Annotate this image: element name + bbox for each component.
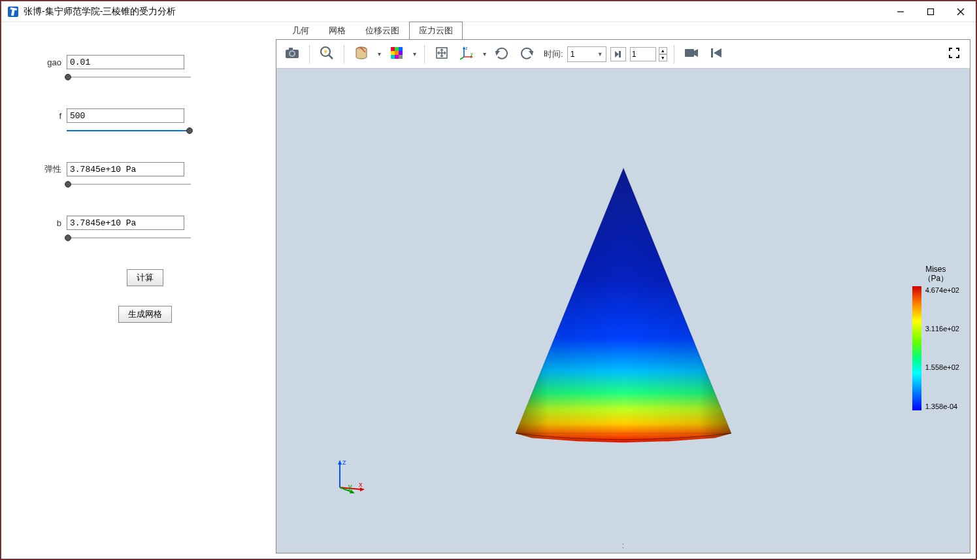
- axis-triad: z x y: [330, 458, 369, 497]
- color-legend: Mises （Pa） 4.674e+02 3.116e+02 1.558e+02…: [912, 265, 959, 410]
- svg-rect-17: [395, 51, 399, 55]
- 3d-canvas[interactable]: z x y Mises （Pa） 4.674e+02: [276, 69, 970, 553]
- compute-button[interactable]: 计算: [127, 269, 163, 286]
- legend-colorbar: [912, 286, 921, 410]
- legend-tick-min: 1.358e-04: [925, 403, 959, 410]
- axis-orientation-dropdown[interactable]: ▾: [481, 50, 488, 58]
- rotate-cw-icon: [519, 45, 535, 63]
- svg-rect-13: [391, 47, 395, 51]
- move-arrows-icon: [435, 46, 449, 62]
- svg-rect-6: [289, 48, 293, 50]
- transparency-dropdown[interactable]: ▾: [376, 50, 382, 58]
- rubik-cube-icon: [389, 46, 404, 62]
- app-window: 张博-集宁师范学院-三棱锥的受力分析 gao f: [1, 1, 976, 559]
- snapshot-button[interactable]: [282, 44, 303, 65]
- close-button[interactable]: [946, 1, 976, 22]
- svg-rect-20: [395, 55, 399, 59]
- magnifier-lightning-icon: [319, 45, 335, 63]
- generate-mesh-button[interactable]: 生成网格: [118, 306, 172, 323]
- svg-rect-2: [928, 8, 934, 14]
- legend-unit: （Pa）: [912, 274, 959, 283]
- param-label-f: f: [41, 111, 67, 121]
- svg-text:z: z: [342, 458, 346, 466]
- param-input-elastic[interactable]: [67, 162, 184, 176]
- param-slider-elastic[interactable]: [67, 179, 191, 189]
- render-mode-dropdown[interactable]: ▾: [411, 50, 418, 58]
- time-label: 时间:: [544, 48, 563, 60]
- param-input-gao[interactable]: [67, 55, 184, 69]
- svg-marker-39: [516, 168, 731, 442]
- param-input-f[interactable]: [67, 108, 184, 123]
- svg-rect-18: [399, 51, 403, 55]
- svg-text:y: y: [348, 482, 352, 490]
- pan-button[interactable]: [431, 44, 452, 65]
- stress-cone-plot: [486, 161, 761, 449]
- svg-text:x: x: [359, 480, 363, 488]
- tab-geometry[interactable]: 几何: [282, 22, 319, 40]
- param-slider-b[interactable]: [67, 233, 191, 243]
- axis-orientation-button[interactable]: zy: [456, 44, 477, 65]
- transparency-button[interactable]: [351, 44, 372, 65]
- svg-marker-30: [496, 52, 499, 54]
- svg-marker-35: [694, 49, 698, 57]
- svg-marker-42: [338, 460, 342, 465]
- tab-mesh[interactable]: 网格: [319, 22, 356, 40]
- param-input-b[interactable]: [67, 216, 184, 230]
- status-text: :: [622, 541, 624, 550]
- first-frame-button[interactable]: [706, 44, 727, 65]
- fullscreen-icon: [948, 47, 960, 61]
- camera-icon: [284, 46, 300, 61]
- svg-rect-34: [685, 49, 694, 57]
- svg-marker-44: [360, 487, 365, 491]
- viewer-toolbar: ▾ ▾ zy ▾: [276, 40, 970, 69]
- legend-tick-3: 1.558e+02: [925, 363, 959, 371]
- frame-number-input[interactable]: [630, 47, 656, 61]
- xyz-axis-icon: zy: [459, 45, 474, 63]
- minimize-button[interactable]: [886, 1, 916, 22]
- app-icon: [7, 5, 20, 18]
- svg-line-43: [340, 487, 361, 489]
- zoom-extents-button[interactable]: [316, 44, 337, 65]
- video-camera-icon: [684, 47, 699, 61]
- legend-title: Mises: [912, 265, 959, 274]
- viewer-frame: ▾ ▾ zy ▾: [276, 39, 970, 553]
- rotate-cw-button[interactable]: [516, 44, 537, 65]
- svg-rect-14: [395, 47, 399, 51]
- maximize-button[interactable]: [916, 1, 946, 22]
- stepper-down[interactable]: ▼: [659, 54, 667, 61]
- window-title: 张博-集宁师范学院-三棱锥的受力分析: [24, 6, 886, 18]
- render-mode-button[interactable]: [386, 44, 407, 65]
- svg-line-27: [460, 57, 464, 59]
- svg-marker-46: [350, 489, 355, 493]
- tab-displacement[interactable]: 位移云图: [356, 22, 409, 40]
- svg-marker-33: [615, 51, 619, 58]
- svg-rect-36: [711, 48, 713, 58]
- svg-rect-19: [391, 55, 395, 59]
- param-slider-f[interactable]: [67, 125, 191, 136]
- legend-tick-max: 4.674e+02: [925, 286, 959, 294]
- record-button[interactable]: [681, 44, 702, 65]
- stepper-up[interactable]: ▲: [659, 47, 667, 54]
- cylinder-icon: [354, 46, 369, 62]
- rotate-ccw-icon: [494, 45, 510, 63]
- svg-line-45: [340, 487, 352, 492]
- param-label-b: b: [41, 218, 67, 228]
- time-select[interactable]: 1▼: [567, 46, 606, 62]
- svg-marker-37: [714, 48, 721, 58]
- rotate-ccw-button[interactable]: [491, 44, 512, 65]
- tab-stress[interactable]: 应力云图: [409, 22, 463, 40]
- svg-text:y: y: [471, 52, 473, 57]
- svg-rect-15: [399, 47, 403, 51]
- tab-bar: 几何 网格 位移云图 应力云图: [276, 22, 976, 39]
- svg-line-10: [329, 55, 333, 59]
- svg-rect-16: [391, 51, 395, 55]
- fullscreen-button[interactable]: [944, 44, 965, 65]
- legend-tick-2: 3.116e+02: [925, 325, 959, 333]
- svg-rect-32: [619, 51, 621, 58]
- titlebar: 张博-集宁师范学院-三棱锥的受力分析: [1, 1, 976, 22]
- svg-point-8: [290, 52, 294, 56]
- frame-end-button[interactable]: [610, 47, 626, 61]
- svg-text:z: z: [465, 46, 468, 50]
- param-label-elastic: 弹性: [41, 163, 67, 175]
- param-slider-gao[interactable]: [67, 72, 191, 82]
